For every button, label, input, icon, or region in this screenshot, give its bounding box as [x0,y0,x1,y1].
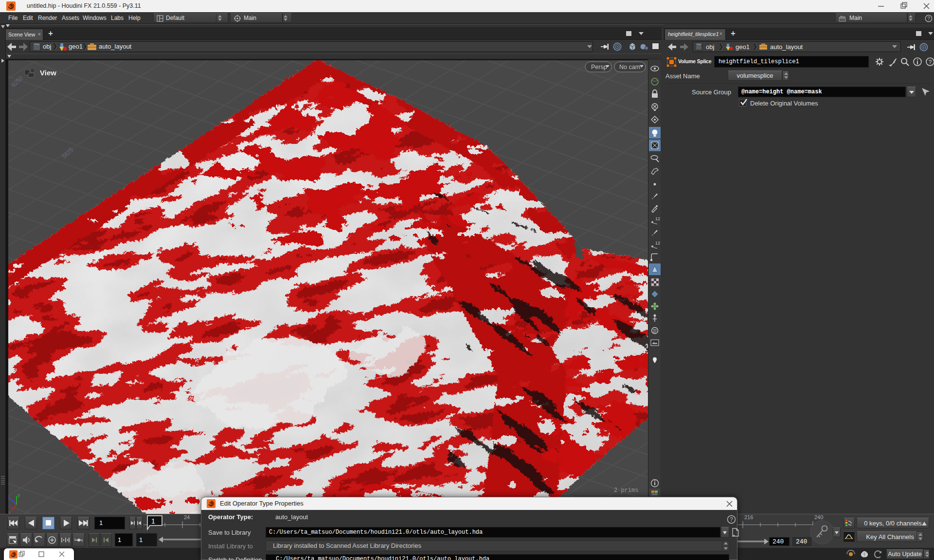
svg-text:z: z [8,495,10,501]
svg-text:12: 12 [655,216,660,221]
svg-text:x: x [8,510,11,514]
svg-text:1: 1 [151,517,155,525]
svg-text:y: y [18,492,20,498]
svg-text:Persp: Persp [591,64,607,70]
svg-text:12: 12 [655,241,660,245]
svg-text:No cam: No cam [619,64,640,70]
svg-text:?: ? [927,16,930,21]
svg-text:?: ? [929,59,932,66]
svg-text:216: 216 [744,514,753,520]
svg-text:?: ? [730,516,733,523]
svg-text:View: View [40,69,56,77]
svg-text:24: 24 [184,514,190,520]
svg-text:2 prims: 2 prims [614,487,638,494]
